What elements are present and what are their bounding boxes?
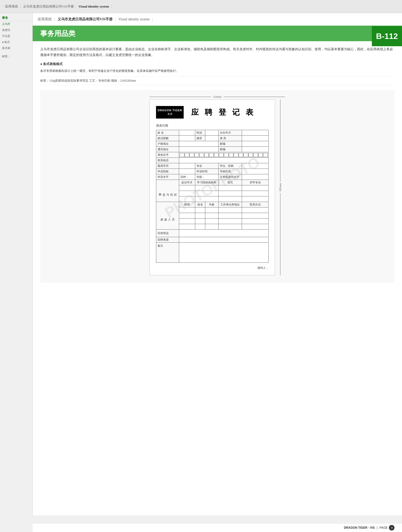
cell-huji-post-label: 邮编 (218, 141, 242, 147)
cell-current-value (179, 230, 269, 237)
cell-married-label: 婚否 (195, 136, 205, 141)
cell-remark-label: 备注 (156, 243, 179, 263)
nav-item-2[interactable]: 龙虎日 (0, 27, 32, 33)
doc-logo-text-cn: 龙虎 (167, 112, 172, 116)
cell-id-value (179, 152, 269, 158)
cell-computer-value (242, 174, 269, 180)
edu-row3-year (179, 196, 195, 202)
cell-edu-train-label: 教育与培训 (156, 180, 179, 202)
nav-sep-1: | (54, 17, 55, 21)
fam-row2-contact (242, 213, 269, 219)
cell-phone-label: 联系电话 (156, 158, 179, 163)
nav-item-5[interactable]: 各式表 (0, 45, 32, 51)
section-sub-text: 各式专用表格都在设计上统一规范，有利于传递企业个性化的视觉形象。在具体实施中应严… (40, 68, 394, 73)
nav-item-4[interactable]: ● 各式 (0, 39, 32, 45)
table-row: 户籍地址 邮编 (156, 141, 269, 147)
cell-phone-value (179, 158, 269, 163)
table-row: 联系电话 (156, 158, 269, 163)
fam-row2-title (179, 213, 195, 219)
bottom-page-num: ⑩ (389, 525, 394, 530)
cell-addr-post-label: 邮编 (218, 147, 242, 152)
nav-label-2[interactable]: 义乌市龙虎日用品有限公司VIS手册 (58, 17, 113, 22)
tab-item-2[interactable]: 义乌市龙虎日用品有限公司VIS手册 (23, 4, 74, 9)
cell-school-value (179, 169, 195, 174)
content-area: 义乌市龙虎日用品有限公司企业识别系统的基本设计要素，是由企业标志、企业名称标准字… (33, 41, 402, 288)
edu-row3-major (242, 196, 269, 202)
material-info: 材质：120g双胶纸或按实际要求而定 工艺：专色印刷 规格：210X285mm (40, 76, 394, 85)
nav-item-1[interactable]: 义乌市 (0, 21, 32, 27)
dim-label-top: 210mm (211, 95, 224, 98)
cell-workaddr-label: 工作单位和地址 (218, 202, 242, 207)
cell-huji-post-value (242, 141, 269, 147)
badge-b112: B-112 (372, 26, 402, 46)
nav-label-1[interactable]: 应用系统 (38, 17, 52, 22)
cell-lang-kind: 语种： (179, 174, 195, 180)
cell-addr-post-value (242, 147, 269, 152)
table-row: 通讯地址 邮编 (156, 147, 269, 152)
table-row-family-header: 家庭人员 称谓 姓名 年龄 工作单位和地址 联系办法 (156, 202, 269, 207)
nav-item-7[interactable]: 材质： (0, 54, 32, 60)
cell-edu-label: 最高学历 (156, 163, 179, 169)
fam-row2-name (195, 213, 205, 219)
table-row: 目前情况 (156, 230, 269, 237)
cell-dob-label: 出生年月 (218, 130, 242, 136)
cell-title-label: 称谓 (179, 202, 195, 207)
table-row: 最高学历 专业 学位、职称 (156, 163, 269, 169)
edu-row2-year (179, 191, 195, 196)
tab-bar: 应用系统 | 义乌市龙虎日用品有限公司VIS手册 | Visual identi… (0, 0, 402, 13)
main-content: 应用系统 | 义乌市龙虎日用品有限公司VIS手册 | Visual identi… (33, 13, 402, 515)
fam-row1-name (195, 207, 205, 213)
table-row: 毕业院校 毕业时间 学校性质 (156, 169, 269, 174)
bottom-brand: DRAGON TIGER · VIS (344, 526, 375, 529)
cell-name-label: 姓 名 (156, 130, 179, 136)
tab-item-3[interactable]: Visual identity system (78, 5, 109, 9)
dim-line-v-bottom (280, 193, 280, 275)
tab-sep-3: | (111, 5, 112, 9)
fam-row4-name (195, 224, 205, 230)
cell-political-value (179, 136, 195, 141)
cell-degree-value (242, 163, 269, 169)
cell-age-label: 年龄 (205, 202, 218, 207)
doc-header: DRAGON TIGER 龙虎 应 聘 登 记 表 (156, 106, 269, 119)
top-nav: 应用系统 | 义乌市龙虎日用品有限公司VIS手册 | Visual identi… (33, 13, 402, 26)
fam-row3-work (218, 219, 242, 224)
edu-row1-year (179, 185, 195, 191)
fam-row3-title (179, 219, 195, 224)
left-nav: 事务 义乌市 龙虎日 方法及 ● 各式 各式表 材质： (0, 13, 33, 515)
nav-sep-3: | (152, 17, 153, 21)
dim-line-h-left (149, 97, 211, 97)
description-text: 义乌市龙虎日用品有限公司企业识别系统的基本设计要素，是由企业标志、企业名称标准字… (40, 46, 394, 58)
tab-item-1[interactable]: 应用系统 (5, 4, 18, 9)
edu-row3-form (218, 196, 242, 202)
edu-row1-form (218, 185, 242, 191)
cell-name-value (179, 130, 195, 136)
table-row-id: 身份证号 (156, 152, 269, 158)
cell-school-nature-label: 学校性质 (218, 169, 242, 174)
fill-date-label: 填表日期 (156, 124, 269, 128)
table-row: 应聘来源 (156, 237, 269, 243)
section-title: 各式表格格式 (40, 62, 394, 66)
nav-item-3[interactable]: 方法及 (0, 33, 32, 39)
content-main: 义乌市龙虎日用品有限公司企业识别系统的基本设计要素，是由企业标志、企业名称标准字… (40, 46, 394, 283)
cell-huji-value (179, 141, 219, 147)
doc-footer: 接待人： (156, 265, 269, 270)
fam-row1-work (218, 207, 242, 213)
fam-row3-age (205, 219, 218, 224)
cell-form-label: 形式 (218, 180, 242, 185)
dimension-line-top: 210mm (149, 95, 285, 98)
cell-degree-label: 学位、职称 (218, 163, 242, 169)
cell-source-label: 应聘来源 (156, 237, 179, 243)
cell-contact-method-label: 联系办法 (242, 202, 269, 207)
cell-gender-label: 性别 (195, 130, 205, 136)
tab-sep-2: | (76, 5, 77, 9)
cell-addr-value (179, 147, 219, 152)
dim-label-right: 285mm (279, 182, 282, 193)
cell-school-label: 毕业院校 (156, 169, 179, 174)
cell-school-org-label: 学习院校或机构 (195, 180, 218, 185)
form-table: 姓 名 性别 出生年月 (156, 130, 269, 263)
cell-current-label: 目前情况 (156, 230, 179, 237)
nav-label-3[interactable]: Visual identity system (118, 17, 149, 21)
edu-row2-form (218, 191, 242, 196)
cell-lang-label: 外语水平 (156, 174, 179, 180)
cell-dob-value (242, 130, 269, 136)
